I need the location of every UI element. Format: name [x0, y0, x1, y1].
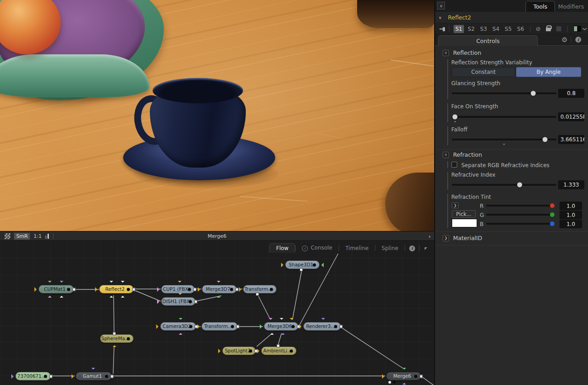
info-icon[interactable]: i	[575, 37, 581, 43]
port-output-icon[interactable]	[420, 375, 423, 378]
port-tri-icon[interactable]	[402, 368, 406, 371]
node-spotlight2[interactable]: SpotLight2	[222, 346, 256, 355]
port-tri-icon[interactable]	[178, 293, 182, 297]
refractive-index-slider[interactable]	[452, 184, 556, 186]
port-tri-icon[interactable]	[270, 331, 274, 335]
node-dot[interactable]	[188, 288, 191, 291]
port-output-icon[interactable]	[236, 325, 239, 328]
active-node-header[interactable]: ∨ Reflect2	[435, 12, 588, 24]
red-value[interactable]: 1.0	[559, 202, 582, 210]
green-value[interactable]: 1.0	[559, 211, 582, 219]
tab-spline[interactable]: Spline	[375, 244, 405, 253]
node-shape3d1[interactable]: Shape3D1	[285, 260, 320, 269]
node-gamut1[interactable]: Gamut1	[76, 372, 112, 380]
tab-flow[interactable]: Flow	[269, 243, 295, 253]
slider-thumb[interactable]	[550, 221, 555, 226]
node-dot[interactable]	[249, 349, 252, 352]
glancing-strength-slider[interactable]	[452, 92, 556, 94]
port-tri-icon[interactable]	[179, 318, 182, 322]
node-dish1-fbx[interactable]: DISH1 (FBX)	[161, 297, 196, 306]
version-s4[interactable]: S4	[491, 25, 501, 33]
tab-console[interactable]: ✓Console	[296, 243, 339, 253]
blue-slider[interactable]	[486, 223, 555, 225]
pin-icon[interactable]	[440, 27, 446, 31]
node-transform-top[interactable]: Transform...	[243, 285, 277, 294]
falloff-slider[interactable]	[452, 139, 556, 140]
port-tri-icon[interactable]	[269, 318, 272, 322]
slider-thumb[interactable]	[550, 203, 555, 208]
port-output-icon[interactable]	[256, 293, 259, 296]
node-dot[interactable]	[414, 375, 417, 378]
port-input-icon[interactable]	[157, 287, 162, 292]
port-input-icon[interactable]	[95, 287, 100, 292]
node-dot[interactable]	[189, 300, 192, 303]
panel-chevron-icon[interactable]: ∨	[437, 2, 445, 10]
swatch-caret-icon[interactable]: ❯	[582, 27, 587, 31]
node-dot[interactable]	[105, 375, 108, 378]
separate-rgb-checkbox[interactable]	[451, 162, 457, 168]
node-dot[interactable]	[231, 325, 234, 328]
node-dot[interactable]	[313, 263, 316, 266]
port-tri-icon[interactable]	[60, 294, 63, 298]
version-s2[interactable]: S2	[466, 25, 476, 33]
port-tri-icon[interactable]	[217, 294, 220, 298]
port-output-icon[interactable]	[193, 288, 196, 291]
port-tri-icon[interactable]	[321, 318, 325, 322]
node-dot[interactable]	[270, 288, 273, 291]
node-merge3d6[interactable]: Merge3D6	[264, 322, 298, 331]
bypass-icon[interactable]: ⊘	[536, 25, 541, 32]
node-renderer3d[interactable]: Renderer3...	[303, 322, 341, 331]
node-spheremap[interactable]: SphereMa...	[100, 334, 134, 343]
node-camera3d2[interactable]: Camera3D2	[160, 322, 196, 331]
port-input-icon[interactable]	[257, 349, 262, 353]
node-cup1-fbx[interactable]: CUP1 (FBX)	[161, 285, 195, 294]
node-transform-bottom[interactable]: Transform...	[201, 322, 238, 331]
port-tri-icon[interactable]	[178, 281, 182, 284]
port-input-icon[interactable]	[260, 324, 264, 329]
version-s3[interactable]: S3	[478, 25, 489, 33]
port-input-icon[interactable]	[197, 324, 202, 329]
port-input-icon[interactable]	[299, 324, 304, 329]
node-merge3d7[interactable]: Merge3D7	[202, 285, 237, 294]
render-viewport[interactable]	[0, 0, 434, 231]
port-input-icon[interactable]	[72, 374, 76, 379]
node-ambientlight[interactable]: AmbientLi...	[261, 346, 296, 355]
port-tri-icon[interactable]	[113, 343, 116, 347]
node-dot[interactable]	[127, 288, 130, 291]
collapsed-chevron-icon[interactable]: ❯	[443, 235, 449, 241]
port-input-icon[interactable]	[281, 263, 286, 267]
node-dot[interactable]	[67, 288, 70, 291]
green-slider[interactable]	[486, 214, 555, 216]
by-angle-button[interactable]: By Angle	[516, 67, 581, 77]
thumbnail-dot[interactable]	[393, 381, 396, 384]
port-tri-icon[interactable]	[121, 281, 124, 284]
port-input-icon[interactable]	[157, 299, 162, 304]
flow-info-icon[interactable]: i	[405, 245, 419, 251]
tab-timeline[interactable]: Timeline	[339, 244, 375, 253]
port-output-icon[interactable]	[132, 288, 135, 291]
node-dot[interactable]	[189, 325, 192, 328]
port-output-icon[interactable]	[339, 325, 343, 328]
port-input-icon[interactable]	[198, 287, 202, 292]
port-tri-icon[interactable]	[280, 318, 283, 322]
node-dot[interactable]	[44, 375, 47, 378]
constant-button[interactable]: Constant	[452, 67, 515, 77]
port-input-icon[interactable]	[218, 349, 223, 353]
glancing-strength-value[interactable]: 0.8	[558, 89, 584, 98]
falloff-value[interactable]: 3.665116	[558, 135, 584, 144]
port-output-icon[interactable]	[49, 375, 53, 378]
collapse-caret-icon[interactable]: ▴	[429, 234, 430, 238]
port-tri-icon[interactable]	[91, 368, 95, 371]
slider-thumb[interactable]	[517, 183, 522, 188]
pick-color-button[interactable]: Pick...	[452, 210, 476, 218]
port-tri-icon[interactable]	[110, 294, 113, 298]
port-tri-icon[interactable]	[48, 294, 52, 298]
node-dot[interactable]	[290, 349, 293, 352]
slider-thumb[interactable]	[531, 91, 536, 96]
port-tri-icon[interactable]	[179, 331, 182, 335]
node-dot[interactable]	[292, 325, 295, 328]
port-input-icon[interactable]	[156, 324, 161, 329]
node-dot[interactable]	[334, 325, 337, 328]
node-dot[interactable]	[230, 288, 233, 291]
tab-modifiers[interactable]: Modifiers	[551, 1, 588, 12]
